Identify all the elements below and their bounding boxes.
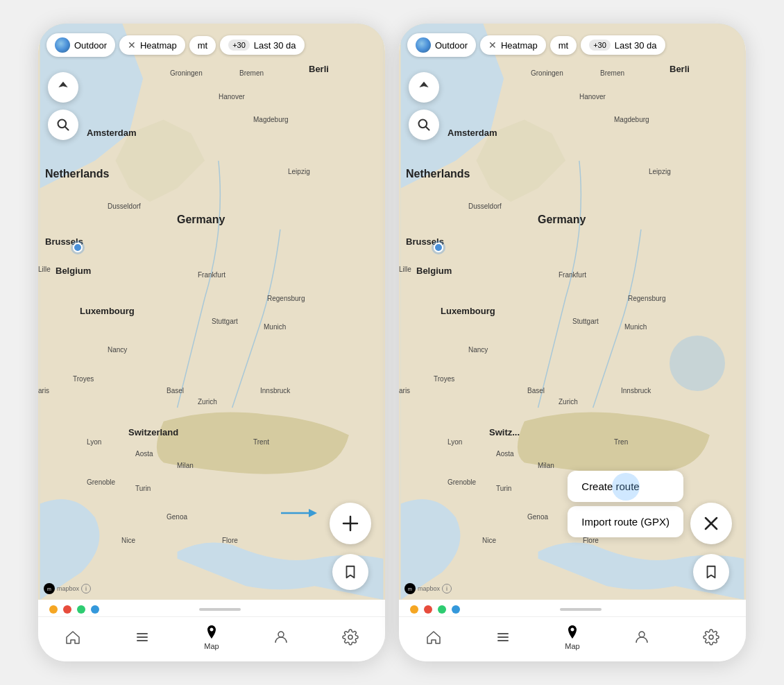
left-map-label: Map	[204, 642, 219, 650]
right-context-menu: Create route Import route (GPX)	[568, 471, 683, 537]
right-map-pin-icon	[564, 624, 581, 641]
right-heatmap-x-icon: ✕	[488, 40, 497, 51]
left-nav-settings[interactable]	[330, 629, 371, 645]
left-date-chip[interactable]: +30 Last 30 da	[220, 35, 304, 55]
right-location-dot	[434, 243, 443, 252]
left-outdoor-label: Outdoor	[74, 40, 107, 51]
right-fab-button[interactable]	[690, 503, 732, 544]
right-mapbox-text: mapbox	[418, 585, 440, 592]
left-nav-map[interactable]: Map	[191, 624, 232, 650]
right-outdoor-chip[interactable]: Outdoor	[407, 33, 476, 57]
right-mt-label: mt	[559, 40, 568, 51]
svg-rect-7	[137, 636, 148, 638]
right-date-label: Last 30 da	[615, 40, 657, 51]
left-fab-button[interactable]	[330, 503, 371, 544]
right-nav-map[interactable]: Map	[552, 624, 593, 650]
left-arrow	[281, 506, 323, 520]
right-nav-profile[interactable]	[621, 629, 663, 645]
right-search-icon	[417, 118, 431, 132]
left-color-dots	[49, 605, 99, 614]
right-heatmap-label: Heatmap	[501, 40, 538, 51]
right-home-icon	[425, 629, 442, 645]
left-dot-red	[63, 605, 71, 614]
left-bottom-dots	[38, 600, 385, 616]
right-settings-icon	[703, 629, 719, 645]
right-date-chip[interactable]: +30 Last 30 da	[581, 35, 665, 55]
create-route-label: Create route	[581, 480, 639, 492]
right-nav-list[interactable]	[482, 629, 524, 645]
right-bookmark-button[interactable]	[693, 554, 729, 590]
right-globe-icon	[416, 37, 431, 53]
right-search-button[interactable]	[409, 110, 439, 140]
left-mt-chip[interactable]: mt	[189, 36, 216, 55]
import-route-menu-item[interactable]: Import route (GPX)	[568, 506, 683, 537]
right-nav-home[interactable]	[413, 629, 454, 645]
left-add-icon	[341, 514, 360, 533]
svg-rect-6	[137, 633, 148, 634]
left-location-icon	[56, 80, 70, 94]
svg-point-20	[709, 635, 713, 639]
left-map-pin-icon	[203, 624, 220, 641]
right-mt-chip[interactable]: mt	[550, 36, 577, 55]
left-map-top-bar: Outdoor ✕ Heatmap mt +30 Last 30 da	[46, 33, 377, 57]
right-mapbox-attribution: m mapbox i	[404, 583, 452, 594]
right-badge: +30	[589, 40, 611, 51]
svg-rect-8	[137, 640, 148, 641]
left-date-label: Last 30 da	[254, 40, 296, 51]
left-list-icon	[134, 629, 151, 645]
right-mapbox-info: i	[442, 584, 452, 593]
left-mapbox-logo: m	[44, 583, 55, 594]
left-mapbox-attribution: m mapbox i	[44, 583, 91, 594]
right-bottom-dots	[399, 600, 746, 616]
left-profile-icon	[273, 629, 289, 645]
right-heatmap-chip[interactable]: ✕ Heatmap	[480, 35, 546, 55]
right-list-icon	[495, 629, 511, 645]
svg-line-13	[426, 127, 429, 130]
right-dot-blue	[452, 605, 460, 614]
left-heatmap-chip[interactable]: ✕ Heatmap	[119, 35, 185, 55]
svg-rect-17	[497, 636, 509, 638]
left-globe-icon	[55, 37, 70, 53]
right-map-nav-label: Map	[565, 642, 579, 650]
left-arrow-icon	[281, 506, 323, 520]
right-close-icon	[703, 515, 719, 532]
left-map: Groningen Bremen Amsterdam Hanover Berli…	[38, 24, 385, 600]
right-map-top-bar: Outdoor ✕ Heatmap mt +30 Last 30 da	[407, 33, 738, 57]
svg-rect-18	[497, 640, 509, 641]
left-bookmark-button[interactable]	[332, 554, 368, 590]
left-nav-home[interactable]	[52, 629, 94, 645]
left-mapbox-text: mapbox	[57, 585, 79, 592]
right-bottom-nav: Map	[399, 616, 746, 661]
left-nav-list[interactable]	[121, 629, 163, 645]
left-dot-orange	[49, 605, 58, 614]
svg-line-2	[65, 127, 69, 130]
right-color-dots	[410, 605, 460, 614]
left-outdoor-chip[interactable]: Outdoor	[46, 33, 115, 57]
left-badge: +30	[228, 40, 250, 51]
left-heatmap-x-icon: ✕	[128, 40, 136, 51]
left-heatmap-label: Heatmap	[140, 40, 177, 51]
right-profile-icon	[633, 629, 650, 645]
munich-highlight	[670, 336, 725, 391]
left-nav-profile[interactable]	[260, 629, 302, 645]
left-search-button[interactable]	[48, 110, 78, 140]
left-mapbox-info: i	[81, 584, 91, 593]
right-scroll-indicator	[560, 608, 602, 611]
import-route-label: Import route (GPX)	[581, 516, 670, 528]
create-route-menu-item[interactable]: Create route	[568, 471, 683, 502]
left-search-icon	[56, 118, 70, 132]
left-scroll-indicator	[199, 608, 241, 611]
right-outdoor-label: Outdoor	[435, 40, 468, 51]
left-settings-icon	[342, 629, 359, 645]
right-dot-red	[424, 605, 432, 614]
left-mt-label: mt	[198, 40, 207, 51]
svg-point-9	[278, 632, 284, 637]
right-location-icon	[417, 80, 431, 94]
left-location-button[interactable]	[48, 72, 78, 103]
right-mapbox-logo: m	[404, 583, 416, 594]
right-location-button[interactable]	[409, 72, 439, 103]
left-location-dot	[73, 243, 83, 252]
right-nav-settings[interactable]	[690, 629, 732, 645]
left-dot-blue	[91, 605, 99, 614]
right-dot-orange	[410, 605, 418, 614]
